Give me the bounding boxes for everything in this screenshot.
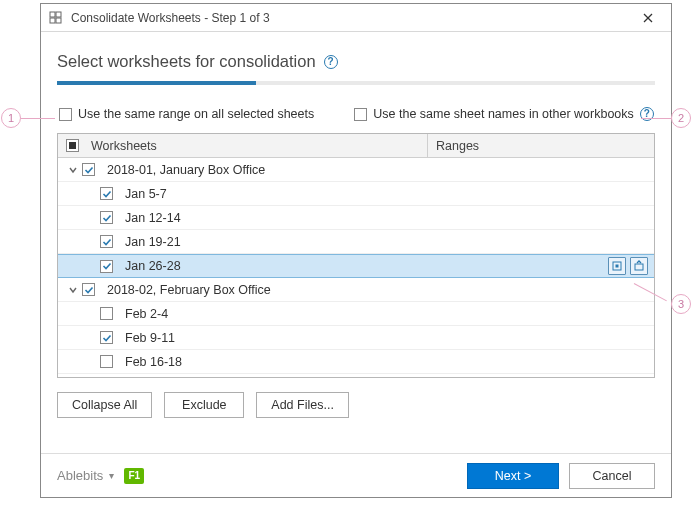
sheet-row[interactable]: Jan 26-28: [58, 254, 654, 278]
sheet-label: Feb 2-4: [125, 307, 168, 321]
group-row[interactable]: 2018-01, January Box Office: [58, 158, 654, 182]
annotation-2-line: [641, 118, 671, 119]
cancel-button[interactable]: Cancel: [569, 463, 655, 489]
svg-rect-8: [635, 264, 643, 270]
step-indicator: [57, 81, 655, 85]
col-ranges[interactable]: Ranges: [428, 134, 654, 157]
action-buttons-row: Collapse All Exclude Add Files...: [57, 392, 655, 418]
dialog-content: Select worksheets for consolidation ? Us…: [41, 32, 671, 453]
opt-same-range[interactable]: Use the same range on all selected sheet…: [59, 107, 314, 121]
group-label: 2018-02, February Box Office: [107, 283, 271, 297]
dialog-window: Consolidate Worksheets - Step 1 of 3 Sel…: [40, 3, 672, 498]
checkbox-icon[interactable]: [100, 187, 113, 200]
checkbox-icon: [59, 108, 72, 121]
sheet-label: Feb 9-11: [125, 331, 175, 345]
group-row[interactable]: 2018-02, February Box Office: [58, 278, 654, 302]
annotation-1-label: 1: [8, 112, 14, 124]
add-files-label: Add Files...: [271, 398, 334, 412]
col-worksheets-label: Worksheets: [91, 139, 157, 153]
add-files-button[interactable]: Add Files...: [256, 392, 349, 418]
titlebar: Consolidate Worksheets - Step 1 of 3: [41, 4, 671, 32]
page-heading: Select worksheets for consolidation: [57, 52, 316, 71]
header-checkbox-icon[interactable]: [66, 139, 79, 152]
exclude-button[interactable]: Exclude: [164, 392, 244, 418]
brand-label: Ablebits: [57, 468, 103, 483]
f1-label: F1: [128, 470, 140, 481]
help-f1-button[interactable]: F1: [124, 468, 144, 484]
sheet-row[interactable]: Feb 16-18: [58, 350, 654, 374]
sheet-row[interactable]: Jan 5-7: [58, 182, 654, 206]
svg-rect-2: [50, 18, 55, 23]
select-range-icon[interactable]: [608, 257, 626, 275]
cancel-label: Cancel: [593, 469, 632, 483]
annotation-1: 1: [1, 108, 21, 128]
svg-rect-0: [50, 12, 55, 17]
grid-header: Worksheets Ranges: [58, 134, 654, 158]
col-worksheets[interactable]: Worksheets: [58, 134, 428, 157]
sheet-row[interactable]: Jan 19-21: [58, 230, 654, 254]
close-button[interactable]: [631, 4, 665, 31]
checkbox-icon[interactable]: [82, 163, 95, 176]
col-ranges-label: Ranges: [436, 139, 479, 153]
help-icon[interactable]: ?: [324, 55, 338, 69]
checkbox-icon[interactable]: [100, 355, 113, 368]
sheet-label: Jan 26-28: [125, 259, 181, 273]
caret-down-icon[interactable]: [66, 165, 80, 175]
svg-rect-7: [616, 265, 619, 268]
sheet-row[interactable]: Feb 9-11: [58, 326, 654, 350]
chevron-down-icon: ▾: [109, 470, 114, 481]
app-icon: [49, 11, 63, 25]
grid-body: 2018-01, January Box OfficeJan 5-7Jan 12…: [58, 158, 654, 377]
sheet-label: Jan 12-14: [125, 211, 181, 225]
annotation-2: 2: [671, 108, 691, 128]
caret-down-icon[interactable]: [66, 285, 80, 295]
next-label: Next >: [495, 469, 531, 483]
collapse-all-label: Collapse All: [72, 398, 137, 412]
worksheet-grid: Worksheets Ranges 2018-01, January Box O…: [57, 133, 655, 378]
annotation-3-label: 3: [678, 298, 684, 310]
sheet-label: Jan 19-21: [125, 235, 181, 249]
svg-rect-1: [56, 12, 61, 17]
collapse-all-button[interactable]: Collapse All: [57, 392, 152, 418]
checkbox-icon[interactable]: [100, 331, 113, 344]
sheet-row[interactable]: Jan 12-14: [58, 206, 654, 230]
opt-same-range-label: Use the same range on all selected sheet…: [78, 107, 314, 121]
checkbox-icon[interactable]: [82, 283, 95, 296]
window-title: Consolidate Worksheets - Step 1 of 3: [71, 11, 623, 25]
checkbox-icon[interactable]: [100, 235, 113, 248]
sheet-label: Jan 5-7: [125, 187, 167, 201]
checkbox-icon[interactable]: [100, 260, 113, 273]
sheet-row[interactable]: Feb 2-4: [58, 302, 654, 326]
options-row: Use the same range on all selected sheet…: [59, 107, 655, 121]
expand-range-icon[interactable]: [630, 257, 648, 275]
annotation-3: 3: [671, 294, 691, 314]
opt-same-names-label: Use the same sheet names in other workbo…: [373, 107, 634, 121]
checkbox-icon[interactable]: [100, 307, 113, 320]
svg-rect-3: [56, 18, 61, 23]
checkbox-icon: [354, 108, 367, 121]
group-label: 2018-01, January Box Office: [107, 163, 265, 177]
checkbox-icon[interactable]: [100, 211, 113, 224]
sheet-label: Feb 16-18: [125, 355, 182, 369]
annotation-1-line: [21, 118, 55, 119]
dialog-footer: Ablebits ▾ F1 Next > Cancel: [41, 453, 671, 497]
exclude-label: Exclude: [182, 398, 226, 412]
annotation-2-label: 2: [678, 112, 684, 124]
opt-same-names[interactable]: Use the same sheet names in other workbo…: [354, 107, 654, 121]
next-button[interactable]: Next >: [467, 463, 559, 489]
brand-link[interactable]: Ablebits ▾: [57, 468, 114, 483]
